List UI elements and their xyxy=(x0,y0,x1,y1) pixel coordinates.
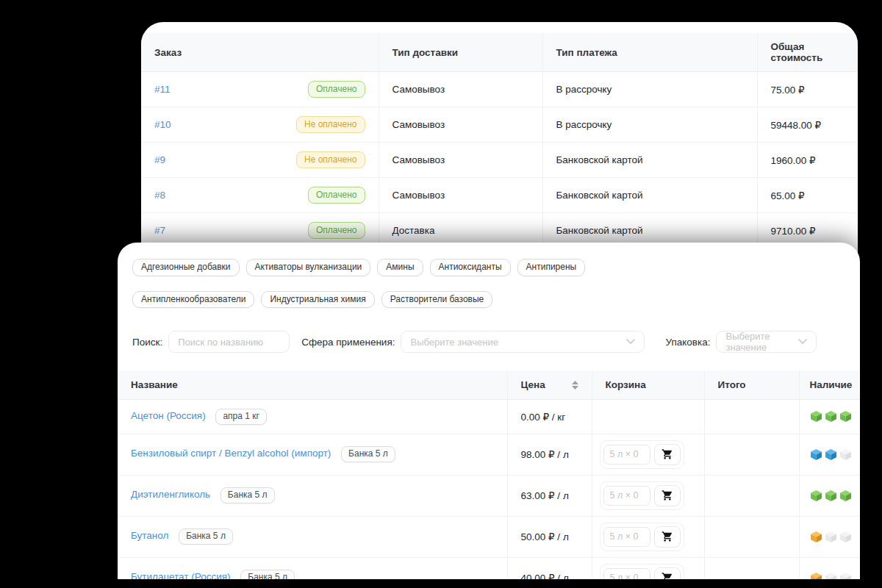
packaging-select[interactable]: Выберите значение xyxy=(716,331,817,353)
application-sphere-label: Сфера применения: xyxy=(301,337,395,348)
quantity-input[interactable] xyxy=(603,486,650,506)
application-sphere-value: Выберите значение xyxy=(410,337,498,348)
product-link[interactable]: Ацетон (Россия) xyxy=(131,410,206,421)
chevron-down-icon xyxy=(626,339,635,345)
add-to-cart-button[interactable] xyxy=(654,526,681,548)
category-chip[interactable]: Антипирены xyxy=(517,259,586,276)
quantity-input[interactable] xyxy=(603,568,650,579)
category-chip[interactable]: Амины xyxy=(377,259,423,276)
products-table: Название Цена Корзина Итого Наличие xyxy=(118,370,860,579)
order-status-badge: Не оплачено xyxy=(296,116,365,133)
order-link[interactable]: #9 xyxy=(154,154,165,165)
availability-indicator xyxy=(810,490,853,502)
order-link[interactable]: #7 xyxy=(154,225,165,236)
orders-table: Заказ Тип доставки Тип платежа Общая сто… xyxy=(141,33,858,254)
product-link[interactable]: Бутилацетат (Россия) xyxy=(131,571,231,579)
product-package-badge: Банка 5 л xyxy=(179,528,233,545)
availability-indicator xyxy=(810,531,853,543)
orders-col-total: Общая стоимость xyxy=(757,33,858,72)
category-chip[interactable]: Активаторы вулканизации xyxy=(246,259,371,276)
order-delivery: Самовывоз xyxy=(379,72,542,107)
product-sum-cell xyxy=(704,516,799,557)
stock-cube-icon xyxy=(825,490,837,502)
category-chip[interactable]: Растворители базовые xyxy=(381,291,493,309)
cart-controls xyxy=(600,481,684,510)
product-sum-cell xyxy=(704,557,799,579)
product-package-badge: Банка 5 л xyxy=(341,446,395,462)
stock-cube-icon xyxy=(839,572,852,579)
orders-panel: Заказ Тип доставки Тип платежа Общая сто… xyxy=(141,22,858,254)
product-link[interactable]: Бутанол xyxy=(131,530,168,541)
product-package-badge: Банка 5 л xyxy=(220,487,275,503)
stock-cube-icon xyxy=(839,448,852,461)
product-row: Ацетон (Россия) апра 1 кг 0.00 ₽ / кг xyxy=(118,400,860,434)
cart-icon xyxy=(662,572,673,579)
product-link[interactable]: Бензиловый спирт / Benzyl alcohol (импор… xyxy=(131,448,331,459)
quantity-input[interactable] xyxy=(603,527,650,547)
order-status-badge: Не оплачено xyxy=(296,151,365,168)
order-total: 75.00 ₽ xyxy=(757,72,858,107)
order-row: #10 Не оплачено Самовывоз В рассрочку 59… xyxy=(141,107,858,143)
stock-cube-icon xyxy=(810,410,822,423)
order-total: 65.00 ₽ xyxy=(757,178,858,213)
product-package-badge: Банка 5 л xyxy=(240,570,295,579)
application-sphere-select[interactable]: Выберите значение xyxy=(401,331,645,353)
product-sum-cell xyxy=(704,434,799,475)
order-payment: В рассрочку xyxy=(542,107,757,143)
order-row: #9 Не оплачено Самовывоз Банковской карт… xyxy=(141,143,858,178)
cart-controls xyxy=(600,523,684,551)
quantity-input[interactable] xyxy=(603,445,650,465)
products-col-price: Цена xyxy=(507,370,592,400)
products-header-row: Название Цена Корзина Итого Наличие xyxy=(118,370,860,400)
stock-cube-icon xyxy=(825,531,837,543)
product-package-badge: апра 1 кг xyxy=(215,409,267,425)
order-row: #8 Оплачено Самовывоз Банковской картой … xyxy=(141,178,858,213)
order-payment: Банковской картой xyxy=(542,143,757,178)
catalog-filters-bar: Поиск: Сфера применения: Выберите значен… xyxy=(118,331,860,353)
product-row: Бутанол Банка 5 л 50.00 ₽ / л xyxy=(118,516,860,557)
search-input[interactable] xyxy=(168,331,290,353)
stock-cube-icon xyxy=(810,490,822,502)
search-label: Поиск: xyxy=(132,337,162,348)
cart-controls xyxy=(600,440,684,469)
product-price: 40.00 ₽ / л xyxy=(507,557,592,579)
category-filter-chips: Адгезионные добавки Активаторы вулканиза… xyxy=(118,259,860,308)
product-cart-cell xyxy=(592,400,704,434)
order-status-badge: Оплачено xyxy=(308,81,365,98)
category-chip[interactable]: Антиоксиданты xyxy=(430,259,511,276)
cart-icon xyxy=(662,531,673,542)
order-link[interactable]: #8 xyxy=(154,190,165,201)
product-price: 0.00 ₽ / кг xyxy=(507,400,592,434)
order-delivery: Самовывоз xyxy=(379,178,542,213)
availability-indicator xyxy=(810,572,853,579)
price-header-label: Цена xyxy=(521,379,545,390)
chevron-down-icon xyxy=(798,339,807,345)
add-to-cart-button[interactable] xyxy=(654,444,681,465)
order-payment: Банковской картой xyxy=(542,178,757,213)
sort-price-icon[interactable] xyxy=(572,381,578,390)
product-price: 50.00 ₽ / л xyxy=(507,516,592,557)
stock-cube-icon xyxy=(839,410,852,423)
order-link[interactable]: #10 xyxy=(154,119,171,130)
availability-indicator xyxy=(810,448,853,461)
stock-cube-icon xyxy=(839,490,852,502)
category-chip[interactable]: Антипленкообразователи xyxy=(132,291,254,309)
cart-icon xyxy=(662,448,673,460)
order-payment: В рассрочку xyxy=(542,72,757,107)
order-row: #11 Оплачено Самовывоз В рассрочку 75.00… xyxy=(141,72,858,107)
products-col-cart: Корзина xyxy=(592,370,704,400)
availability-indicator xyxy=(810,410,853,423)
category-chip[interactable]: Индустриальная химия xyxy=(261,291,374,309)
product-sum-cell xyxy=(704,475,799,516)
catalog-panel: Адгезионные добавки Активаторы вулканиза… xyxy=(118,243,860,579)
add-to-cart-button[interactable] xyxy=(654,485,681,506)
product-price: 98.00 ₽ / л xyxy=(507,434,592,475)
order-link[interactable]: #11 xyxy=(154,84,171,95)
order-delivery: Самовывоз xyxy=(379,107,542,143)
stock-cube-icon xyxy=(825,410,837,423)
cart-icon xyxy=(662,490,673,501)
category-chip[interactable]: Адгезионные добавки xyxy=(132,259,240,276)
product-link[interactable]: Диэтиленгликоль xyxy=(131,489,210,500)
add-to-cart-button[interactable] xyxy=(654,567,681,579)
orders-col-order: Заказ xyxy=(141,33,379,72)
